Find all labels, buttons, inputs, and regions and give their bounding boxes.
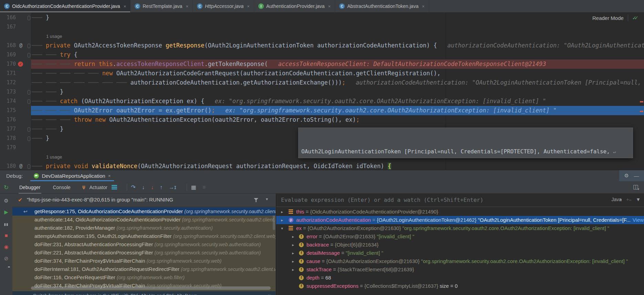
thread-description[interactable]: "https-jsse-nio-443-exec-8"@20,615 in gr… bbox=[27, 197, 173, 203]
stack-frame-row[interactable]: ↩getResponse:175, OidcAuthorizationCodeA… bbox=[12, 207, 276, 216]
line-number[interactable]: 166 bbox=[0, 13, 16, 22]
filter-icon[interactable] bbox=[254, 198, 258, 202]
layout-settings-icon[interactable]: ◫▾ bbox=[633, 183, 639, 191]
fold-marker[interactable] bbox=[28, 53, 30, 57]
chevrons-icon[interactable]: » bbox=[16, 291, 19, 295]
wrench-icon[interactable]: ⚙ bbox=[4, 198, 8, 204]
variable-row[interactable]: ▸fcause = {OAuth2AuthorizationException@… bbox=[276, 257, 644, 265]
line-number[interactable]: 173 bbox=[0, 87, 16, 97]
code-line[interactable]: 166─── } bbox=[0, 13, 644, 22]
line-number[interactable]: 177 bbox=[0, 124, 16, 134]
code-line[interactable]: 171─── ─── ─── ─── ─── new OAuth2Authori… bbox=[0, 69, 644, 78]
mute-breakpoints-icon[interactable]: ⊘ bbox=[4, 256, 9, 261]
evaluate-input-placeholder[interactable]: Evaluate expression (Enter) or add a wat… bbox=[281, 197, 484, 203]
code-editor[interactable]: 166─── }1671 usage168@─── private OAuth2… bbox=[0, 12, 644, 170]
expand-icon[interactable]: ▼ bbox=[636, 197, 641, 202]
step-over-icon[interactable]: ↷ bbox=[131, 184, 136, 190]
view-link[interactable]: View bbox=[633, 217, 644, 223]
fold-marker[interactable] bbox=[28, 164, 30, 169]
tab-debugger[interactable]: Debugger bbox=[18, 181, 42, 194]
line-number[interactable]: 172 bbox=[0, 78, 16, 87]
close-icon[interactable]: × bbox=[268, 291, 271, 295]
annotation-icon[interactable]: @ bbox=[19, 41, 22, 50]
step-into-icon[interactable]: ↓ bbox=[142, 184, 145, 190]
error-stripe-mark[interactable] bbox=[640, 111, 643, 112]
usage-hint[interactable]: 1 usage bbox=[46, 32, 62, 41]
thread-selector[interactable]: ✔ "https-jsse-nio-443-exec-8"@20,615 in … bbox=[12, 194, 276, 207]
step-out-icon[interactable]: ↑ bbox=[160, 184, 163, 190]
annotation-icon[interactable]: @ bbox=[19, 162, 22, 170]
code-line[interactable]: 172─── ─── ─── ─── ─── ─── ─── authoriza… bbox=[0, 78, 644, 87]
stack-frame-row[interactable]: authenticate:182, ProviderManager (org.s… bbox=[12, 224, 276, 232]
stack-frame-row[interactable]: doFilter:221, AbstractAuthenticationProc… bbox=[12, 249, 276, 257]
chevron-right-icon[interactable]: ▸ bbox=[291, 232, 295, 241]
evaluate-expression-icon[interactable]: ▦ bbox=[191, 184, 196, 190]
close-icon[interactable]: × bbox=[124, 4, 126, 9]
variable-row[interactable]: ▸pauthorizationCodeAuthentication = {OAu… bbox=[276, 216, 644, 224]
line-number[interactable]: 168 bbox=[0, 41, 16, 50]
code-line[interactable]: 175─── ─── ─── OAuth2Error oauth2Error =… bbox=[0, 106, 644, 115]
usage-hint[interactable]: 1 usage bbox=[46, 152, 62, 162]
line-number[interactable]: 169 bbox=[0, 50, 16, 59]
add-watch-icon[interactable]: +∞ bbox=[626, 197, 632, 202]
code-line[interactable]: 168@─── private OAuth2AccessTokenRespons… bbox=[0, 41, 644, 50]
line-number[interactable]: 176 bbox=[0, 115, 16, 124]
stack-frame-row[interactable]: doFilterInternal:181, OAuth2Authorizatio… bbox=[12, 265, 276, 273]
code-line[interactable]: 173─── ─── } bbox=[0, 87, 644, 97]
line-number[interactable]: 167 bbox=[0, 22, 16, 32]
code-line[interactable]: 169─── ─── try { bbox=[0, 50, 644, 59]
editor-tab[interactable]: IAuthenticationProvider.java× bbox=[254, 0, 335, 12]
inspections-ok-icon[interactable]: ✓✓ bbox=[632, 15, 638, 21]
editor-tab[interactable]: COidcAuthorizationCodeAuthenticationProv… bbox=[0, 0, 131, 12]
fold-marker[interactable] bbox=[28, 127, 30, 132]
line-number[interactable]: 170 bbox=[0, 59, 16, 69]
resume-icon[interactable]: ▶ bbox=[4, 209, 8, 215]
stack-frame-row[interactable]: attemptAuthentication:195, OAuth2LoginAu… bbox=[12, 232, 276, 240]
close-icon[interactable]: × bbox=[328, 4, 331, 9]
chevron-right-icon[interactable]: ▸ bbox=[291, 249, 295, 257]
close-icon[interactable]: × bbox=[422, 4, 425, 9]
line-number[interactable]: 174 bbox=[0, 97, 16, 106]
chevron-right-icon[interactable]: ▸ bbox=[280, 208, 284, 216]
stack-frame-row[interactable]: doFilter:374, FilterChainProxy$VirtualFi… bbox=[12, 257, 276, 265]
variables-tree[interactable]: ▸this = {OidcAuthorizationCodeAuthentica… bbox=[276, 208, 644, 295]
code-line[interactable]: 170✓─── ─── ─── return this.accessTokenR… bbox=[0, 59, 644, 69]
run-to-cursor-icon[interactable]: →ɪ bbox=[169, 184, 176, 190]
line-number[interactable]: 175 bbox=[0, 106, 16, 115]
view-breakpoints-icon[interactable]: ◉ bbox=[4, 244, 8, 250]
stack-frame-row[interactable]: doFilter:231, AbstractAuthenticationProc… bbox=[12, 240, 276, 249]
variable-row[interactable]: ▸fdetailMessage = "[invalid_client] " bbox=[276, 249, 644, 257]
line-number[interactable]: 178 bbox=[0, 134, 16, 143]
fold-marker[interactable] bbox=[28, 99, 30, 104]
hide-icon[interactable]: — bbox=[634, 173, 639, 179]
reader-mode-widget[interactable]: Reader Mode ✓✓ bbox=[592, 14, 638, 21]
error-stripe-mark[interactable] bbox=[640, 101, 643, 102]
breakpoint-icon[interactable]: ✓ bbox=[18, 62, 23, 67]
chevron-right-icon[interactable]: ▸ bbox=[291, 241, 295, 249]
chevron-down-icon[interactable]: ▾ bbox=[280, 224, 284, 232]
stack-frame-row[interactable]: doFilter:116, OncePerRequestFilter (org.… bbox=[12, 273, 276, 282]
fold-marker[interactable] bbox=[28, 16, 30, 20]
variable-row[interactable]: ▸fbacktrace = {Object[6]@21634} bbox=[276, 241, 644, 249]
variable-row[interactable]: ▾ex = {OAuth2AuthorizationException@2163… bbox=[276, 224, 644, 232]
fold-marker[interactable] bbox=[28, 136, 30, 141]
editor-tab[interactable]: CHttpAccessor.java× bbox=[193, 0, 254, 12]
debug-session-tab[interactable]: DevDataReportsApplication × bbox=[30, 170, 114, 181]
tab-console[interactable]: Console bbox=[52, 181, 72, 194]
code-line[interactable]: 176─── ─── ─── throw new OAuth2Authentic… bbox=[0, 115, 644, 124]
pause-icon[interactable]: ▮▮ bbox=[4, 222, 8, 227]
fold-marker[interactable] bbox=[28, 90, 30, 95]
layout-options-icon[interactable]: ≡ bbox=[202, 184, 206, 190]
gear-icon[interactable]: ⚙ bbox=[624, 173, 629, 179]
variable-row[interactable]: ▸fstackTrace = {StackTraceElement[68]@21… bbox=[276, 265, 644, 274]
view-options-icon[interactable] bbox=[112, 185, 117, 189]
variable-row[interactable]: fsuppressedExceptions = {Collections$Emp… bbox=[276, 282, 644, 290]
variable-row[interactable]: ▸this = {OidcAuthorizationCodeAuthentica… bbox=[276, 208, 644, 216]
chevron-right-icon[interactable]: ▸ bbox=[291, 257, 295, 265]
close-icon[interactable]: × bbox=[108, 173, 111, 178]
force-step-into-icon[interactable]: ↓ bbox=[151, 184, 154, 190]
close-icon[interactable]: × bbox=[247, 4, 250, 9]
stack-frame-row[interactable]: authenticate:144, OidcAuthorizationCodeA… bbox=[12, 216, 276, 224]
stop-icon[interactable]: ■ bbox=[4, 233, 8, 238]
rerun-button[interactable]: ↻ bbox=[4, 184, 9, 191]
